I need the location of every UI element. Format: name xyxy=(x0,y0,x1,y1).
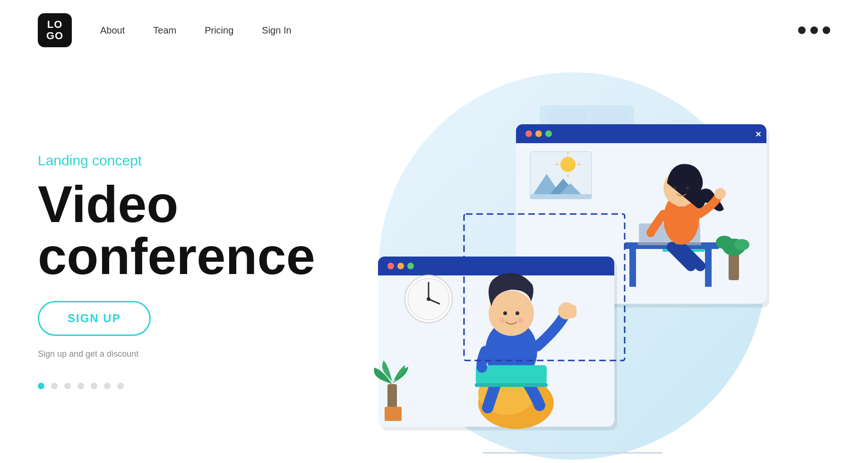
nav-dot-3 xyxy=(823,26,830,34)
svg-point-66 xyxy=(499,317,505,323)
hero-title-line2: conference xyxy=(38,227,315,285)
svg-rect-69 xyxy=(385,407,402,421)
nav-team[interactable]: Team xyxy=(153,25,176,35)
indicator-dot-7[interactable] xyxy=(117,383,124,389)
indicator-dot-6[interactable] xyxy=(104,383,111,389)
svg-point-64 xyxy=(503,311,507,315)
svg-rect-13 xyxy=(516,135,766,143)
svg-point-39 xyxy=(714,188,726,199)
nav-dots-menu[interactable] xyxy=(798,26,830,34)
svg-rect-60 xyxy=(475,383,548,387)
svg-rect-27 xyxy=(530,194,592,199)
indicator-dot-4[interactable] xyxy=(77,383,84,389)
nav-dot-1 xyxy=(798,26,806,34)
svg-point-37 xyxy=(674,187,677,189)
nav-pricing[interactable]: Pricing xyxy=(205,25,233,35)
svg-point-65 xyxy=(516,311,519,315)
svg-point-55 xyxy=(427,297,430,301)
indicator-dot-3[interactable] xyxy=(64,383,71,389)
hero-title: Video conference xyxy=(38,178,315,282)
nav-signin[interactable]: Sign In xyxy=(262,25,291,35)
hero-section: Landing concept Video conference SIGN UP… xyxy=(0,60,868,462)
svg-point-19 xyxy=(560,157,576,172)
hero-left: Landing concept Video conference SIGN UP… xyxy=(38,143,315,389)
svg-rect-68 xyxy=(387,384,397,408)
indicator-dot-1[interactable] xyxy=(38,383,44,389)
nav-about[interactable]: About xyxy=(100,25,125,35)
logo-line2: GO xyxy=(46,30,63,42)
svg-point-49 xyxy=(397,263,404,269)
logo-line1: LO xyxy=(47,19,63,30)
divider-line xyxy=(483,452,662,454)
hero-title-line1: Video xyxy=(38,175,179,233)
discount-text: Sign up and get a discount xyxy=(38,349,315,359)
logo[interactable]: LO GO xyxy=(38,13,72,47)
svg-point-15 xyxy=(535,130,542,137)
svg-point-42 xyxy=(716,236,733,249)
svg-point-50 xyxy=(407,263,414,269)
indicator-dot-5[interactable] xyxy=(91,383,97,389)
svg-point-16 xyxy=(545,130,552,137)
hero-illustration: ✕ xyxy=(315,70,830,462)
hero-subtitle: Landing concept xyxy=(38,153,315,169)
svg-rect-31 xyxy=(705,249,712,287)
indicator-dot-2[interactable] xyxy=(51,383,58,389)
svg-rect-30 xyxy=(629,249,636,287)
nav-links: About Team Pricing Sign In xyxy=(100,25,798,36)
indicator-dots xyxy=(38,383,315,389)
svg-point-67 xyxy=(518,317,524,323)
svg-rect-40 xyxy=(729,252,739,280)
svg-point-14 xyxy=(525,130,532,137)
nav-dot-2 xyxy=(810,26,818,34)
svg-point-43 xyxy=(734,239,749,250)
svg-rect-62 xyxy=(559,305,576,318)
svg-text:✕: ✕ xyxy=(755,130,761,138)
svg-point-38 xyxy=(686,187,689,189)
main-illustration-svg: ✕ xyxy=(360,82,785,450)
navbar: LO GO About Team Pricing Sign In xyxy=(0,0,868,60)
svg-point-48 xyxy=(387,263,394,269)
svg-rect-47 xyxy=(378,267,614,275)
signup-button[interactable]: SIGN UP xyxy=(38,301,151,336)
